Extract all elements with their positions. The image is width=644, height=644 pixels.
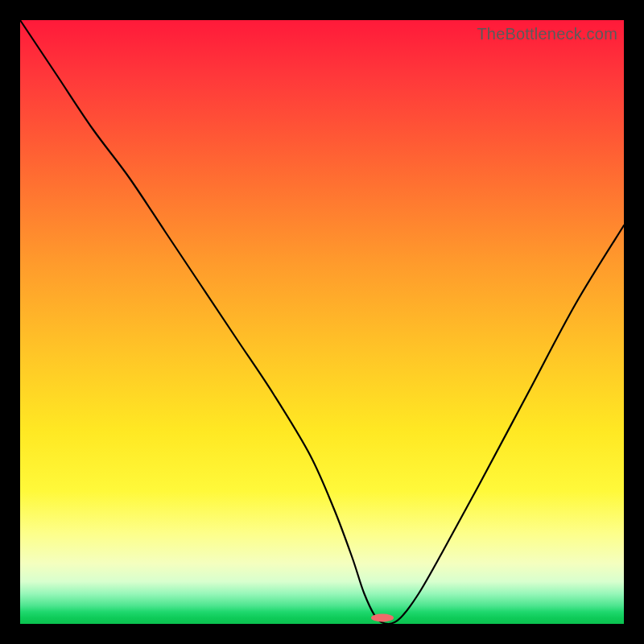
curve-line bbox=[20, 20, 624, 624]
chart-frame: TheBottleneck.com bbox=[0, 0, 644, 644]
min-marker bbox=[371, 614, 394, 622]
plot-area: TheBottleneck.com bbox=[20, 20, 624, 624]
chart-overlay bbox=[20, 20, 624, 624]
